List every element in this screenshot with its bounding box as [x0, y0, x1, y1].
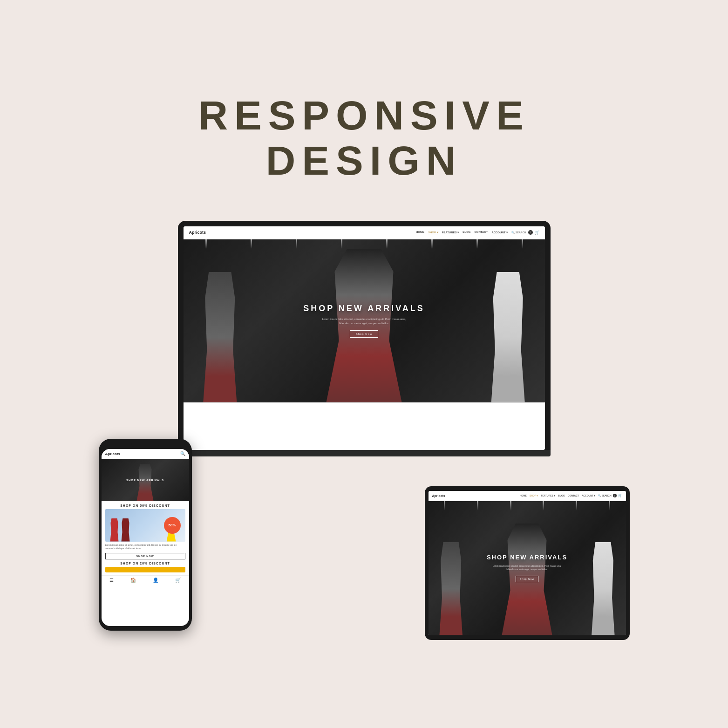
phone-bottom-nav: ☰ 🏠 👤 🛒 — [102, 575, 189, 585]
laptop-base — [178, 450, 551, 456]
tablet-hero-title: SHOP NEW ARRIVALS — [487, 554, 567, 561]
laptop-nav: HOME SHOP ▾ FEATURES ▾ BLOG CONTACT ACCO… — [416, 231, 508, 234]
phone-hero: SHOP NEW ARRIVALS — [102, 459, 189, 501]
tablet-hero-btn[interactable]: Shop Now — [516, 576, 538, 582]
laptop-site-header: Apricots HOME SHOP ▾ FEATURES ▾ BLOG CON… — [184, 226, 545, 239]
nav-home: HOME — [416, 231, 424, 234]
phone-nav-account[interactable]: 👤 — [153, 578, 158, 583]
tablet-nav-contact[interactable]: CONTACT — [568, 494, 579, 497]
hero-overlay: SHOP NEW ARRIVALS Lorem ipsum dolor sit … — [184, 239, 545, 402]
tablet-nav: HOME SHOP ▾ FEATURES ▾ BLOG CONTACT ACCO… — [520, 494, 595, 497]
devices-showcase: Apricots HOME SHOP ▾ FEATURES ▾ BLOG CON… — [85, 221, 644, 640]
tablet-body: Apricots HOME SHOP ▾ FEATURES ▾ BLOG CON… — [425, 486, 630, 640]
title-section: RESPONSIVE DESIGN — [198, 93, 530, 184]
phone-content: SHOP ON 50% DISCOUNT 50% — [102, 501, 189, 575]
phone-screen: Apricots 🔍 SHOP NEW ARRIVALS SHOP ON 50%… — [102, 449, 189, 626]
tablet-cart-icon[interactable]: 🛒 — [618, 494, 622, 497]
tablet-cart-badge[interactable]: 2 — [613, 494, 617, 497]
phone-section1-title: SHOP ON 50% DISCOUNT — [105, 504, 185, 507]
nav-blog[interactable]: BLOG — [463, 231, 470, 234]
phone-section2-title: SHOP ON 20% DISCOUNT — [105, 562, 185, 565]
phone-search-icon[interactable]: 🔍 — [180, 451, 185, 456]
phone-yellow-bar — [105, 567, 185, 572]
laptop-device: Apricots HOME SHOP ▾ FEATURES ▾ BLOG CON… — [178, 221, 551, 456]
tablet-logo: Apricots — [432, 494, 445, 497]
laptop-body: Apricots HOME SHOP ▾ FEATURES ▾ BLOG CON… — [178, 221, 551, 450]
laptop-hero: SHOP NEW ARRIVALS Lorem ipsum dolor sit … — [184, 239, 545, 402]
phone-nav-menu[interactable]: ☰ — [109, 578, 114, 583]
hero-title: SHOP NEW ARRIVALS — [303, 304, 425, 313]
tablet-header: Apricots HOME SHOP ▾ FEATURES ▾ BLOG CON… — [429, 491, 626, 501]
phone-desc: Lorem ipsum dolor sit amet, consectetur … — [105, 544, 185, 551]
hero-subtitle: Lorem ipsum dolor sit amet, consectetur … — [318, 317, 411, 326]
phone-body: Apricots 🔍 SHOP NEW ARRIVALS SHOP ON 50%… — [99, 439, 192, 631]
nav-shop[interactable]: SHOP ▾ — [428, 231, 438, 234]
tablet-nav-home: HOME — [520, 494, 527, 497]
phone-device: Apricots 🔍 SHOP NEW ARRIVALS SHOP ON 50%… — [99, 439, 192, 631]
tablet-screen: Apricots HOME SHOP ▾ FEATURES ▾ BLOG CON… — [429, 491, 626, 635]
cart-badge[interactable]: 2 — [528, 230, 533, 235]
page-title: RESPONSIVE DESIGN — [198, 93, 530, 184]
laptop-logo: Apricots — [189, 230, 206, 235]
phone-hero-text: SHOP NEW ARRIVALS — [102, 459, 189, 501]
tablet-nav-shop[interactable]: SHOP ▾ — [530, 494, 538, 497]
tablet-nav-icons: 🔍 SEARCH 2 🛒 — [598, 494, 622, 497]
phone-logo: Apricots — [105, 452, 120, 456]
nav-contact[interactable]: CONTACT — [474, 231, 488, 234]
tablet-hero: SHOP NEW ARRIVALS Lorem ipsum dolor sit … — [429, 501, 626, 635]
tablet-search-icon[interactable]: 🔍 SEARCH — [598, 494, 611, 497]
phone-figure-2 — [121, 518, 130, 542]
phone-promo-badge: 50% — [164, 517, 181, 534]
phone-nav-home[interactable]: 🏠 — [130, 578, 136, 583]
search-icon[interactable]: 🔍 SEARCH — [511, 231, 526, 234]
tablet-nav-account[interactable]: ACCOUNT ▾ — [582, 494, 595, 497]
tablet-nav-blog[interactable]: BLOG — [558, 494, 565, 497]
tablet-nav-features[interactable]: FEATURES ▾ — [541, 494, 555, 497]
tablet-hero-subtitle: Lorem ipsum dolor sit amet, consectetur … — [490, 565, 565, 571]
hero-shop-button[interactable]: Shop Now — [350, 330, 379, 338]
nav-account[interactable]: ACCOUNT ▾ — [491, 231, 508, 234]
laptop-nav-icons: 🔍 SEARCH 2 🛒 — [511, 230, 539, 235]
nav-features[interactable]: FEATURES ▾ — [442, 231, 459, 234]
phone-notch — [131, 443, 159, 447]
phone-header: Apricots 🔍 — [102, 449, 189, 459]
phone-promo-figures — [110, 518, 130, 542]
laptop-screen: Apricots HOME SHOP ▾ FEATURES ▾ BLOG CON… — [184, 226, 545, 450]
cart-icon[interactable]: 🛒 — [535, 231, 539, 235]
phone-shop-button[interactable]: SHOP NOW — [105, 553, 185, 559]
phone-figure-1 — [110, 518, 119, 542]
tablet-hero-overlay: SHOP NEW ARRIVALS Lorem ipsum dolor sit … — [429, 501, 626, 635]
phone-nav-cart[interactable]: 🛒 — [175, 578, 181, 583]
phone-promo-image: 50% — [105, 509, 185, 542]
tablet-device: Apricots HOME SHOP ▾ FEATURES ▾ BLOG CON… — [425, 486, 630, 640]
